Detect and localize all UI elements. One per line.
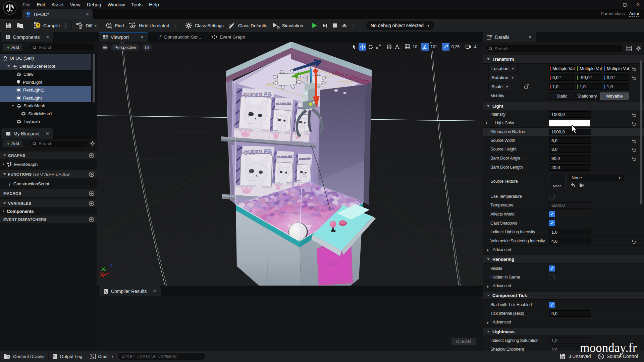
svg-text:C: C	[7, 35, 9, 39]
svg-text:z: z	[110, 263, 112, 267]
svg-text:?: ?	[37, 23, 39, 27]
